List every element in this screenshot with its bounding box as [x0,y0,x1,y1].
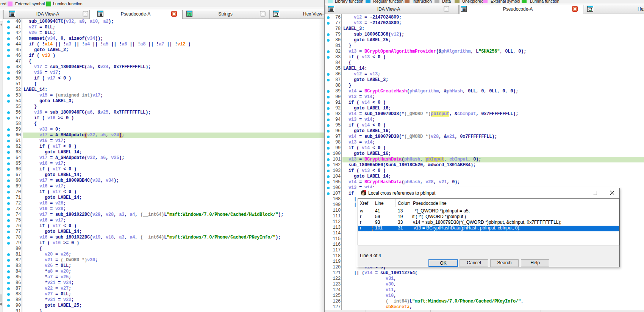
svg-text:99: 99 [188,12,191,16]
